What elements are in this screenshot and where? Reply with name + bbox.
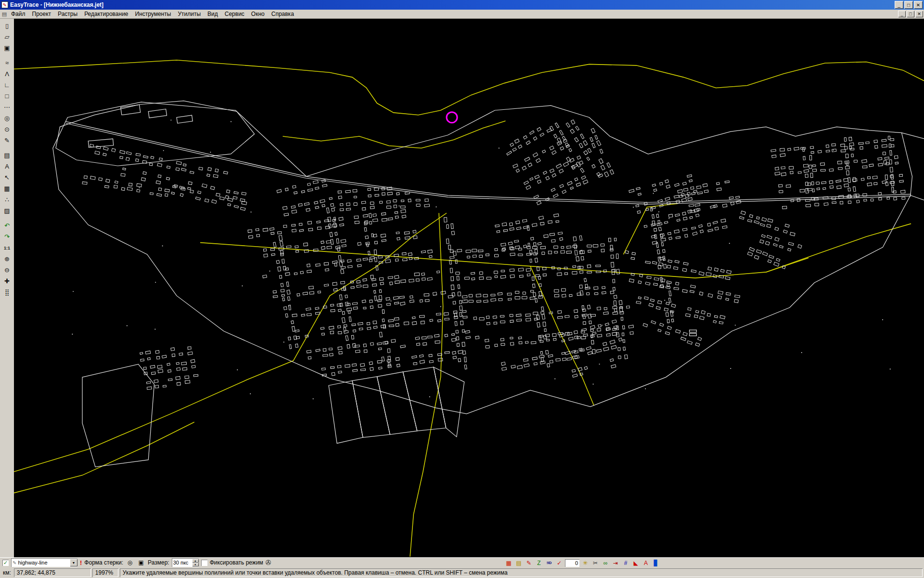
- counter-input[interactable]: 0: [565, 559, 579, 567]
- window-title: EasyTrace - [Нижнебаканская.jet]: [10, 1, 894, 8]
- menu-item-8[interactable]: Окно: [248, 10, 268, 18]
- bottom-toolbar: ✓ ✎ highway-line ▼ ! Форма стерки: ◎ ▣ Р…: [0, 557, 924, 567]
- camera-icon[interactable]: ✇: [266, 559, 271, 566]
- fix-mode-checkbox[interactable]: [201, 560, 207, 566]
- eraser-shape-label: Форма стерки:: [84, 559, 123, 566]
- menu-item-9[interactable]: Справка: [268, 10, 297, 18]
- minimize-button[interactable]: _: [895, 1, 903, 9]
- size-spinner[interactable]: 30 пкс ▲ ▼: [172, 558, 199, 567]
- cut-polyline-icon[interactable]: ✂: [591, 559, 600, 567]
- eraser-tool-icon[interactable]: ▨: [1, 205, 13, 216]
- dot-grid-tool-icon[interactable]: ⣿: [1, 287, 13, 298]
- status-bar: км: 37,862; 44,875 1997% Укажите удаляем…: [0, 567, 924, 578]
- coordinates-panel: 37,862; 44,875: [14, 568, 91, 577]
- snap-icon[interactable]: ✳: [581, 559, 590, 567]
- topology-check-icon[interactable]: ✓: [555, 559, 564, 567]
- open-file-icon[interactable]: ▱: [1, 31, 13, 42]
- menu-item-5[interactable]: Утилиты: [174, 10, 204, 18]
- zoom-in-icon[interactable]: ⊕: [1, 253, 13, 264]
- zoom-panel: 1997%: [92, 568, 118, 577]
- menu-item-0[interactable]: Файл: [8, 10, 29, 18]
- right-icon-strip: ▦▤✎Z!ID✓0✳✂∞⇥#◣A▊: [504, 558, 660, 568]
- layer-combobox[interactable]: ✎ highway-line ▼: [11, 558, 77, 567]
- menu-item-4[interactable]: Инструменты: [132, 10, 175, 18]
- raster-layers-icon[interactable]: ▦: [504, 559, 513, 567]
- flag-icon[interactable]: ◣: [631, 559, 640, 567]
- rectangle-tool-icon[interactable]: □: [1, 91, 13, 102]
- menu-item-3[interactable]: Редактирование: [81, 10, 131, 18]
- mdi-minimize-button[interactable]: _: [898, 11, 906, 17]
- menu-item-2[interactable]: Растры: [54, 10, 81, 18]
- pan-tool-icon[interactable]: ✚: [1, 276, 13, 287]
- easytrace-window: ✎ EasyTrace - [Нижнебаканская.jet] _ □ ✕…: [0, 0, 924, 578]
- fix-mode-label: Фиксировать режим: [210, 559, 263, 566]
- km-label: км:: [1, 569, 13, 576]
- paste-tool-icon[interactable]: ▤: [1, 150, 13, 161]
- save-icon[interactable]: ▣: [1, 42, 13, 53]
- size-value: 30 пкс: [173, 560, 189, 565]
- spinner-up-icon[interactable]: ▲: [192, 559, 199, 563]
- layer-combobox-value: highway-line: [18, 560, 47, 565]
- titlebar: ✎ EasyTrace - [Нижнебаканская.jet] _ □ ✕: [0, 0, 924, 10]
- zoom-out-icon[interactable]: ⊖: [1, 264, 13, 276]
- combobox-dropdown-arrow[interactable]: ▼: [70, 559, 77, 566]
- curve-tool-icon[interactable]: ≈: [1, 57, 13, 68]
- statistics-icon[interactable]: ▊: [652, 559, 660, 567]
- map-cursor: [447, 112, 457, 123]
- object-id-icon[interactable]: !ID: [545, 559, 553, 567]
- dotted-line-tool-icon[interactable]: ⋯: [1, 102, 13, 113]
- size-label: Размер:: [148, 559, 169, 566]
- select-arrow-tool-icon[interactable]: ↖: [1, 172, 13, 183]
- new-file-icon[interactable]: ▯: [1, 20, 13, 31]
- left-toolbar: ▯▱▣≈Λ∟□⋯◎⊙✎▤A↖▦∴▨↶↷1:1⊕⊖✚⣿: [0, 19, 14, 557]
- undo-icon[interactable]: ↶: [1, 220, 13, 231]
- warning-icon[interactable]: !: [80, 559, 82, 566]
- ellipse-tool-icon[interactable]: ◎: [1, 113, 13, 124]
- spinner-down-icon[interactable]: ▼: [192, 563, 199, 566]
- menu-item-1[interactable]: Проект: [29, 10, 55, 18]
- zigzag-line-tool-icon[interactable]: Λ: [1, 68, 13, 79]
- pencil-z-icon[interactable]: ✎: [525, 559, 533, 567]
- scale-1-1-icon[interactable]: 1:1: [1, 242, 13, 253]
- maximize-button[interactable]: □: [904, 1, 913, 9]
- map-canvas[interactable]: [14, 19, 924, 557]
- close-button[interactable]: ✕: [914, 1, 923, 9]
- status-message: Укажите удаляемые вершины полилиний или …: [120, 568, 923, 577]
- ortho-line-tool-icon[interactable]: ∟: [1, 79, 13, 91]
- pencil-tool-icon[interactable]: ✎: [1, 135, 13, 146]
- attach-node-icon[interactable]: ∞: [601, 559, 610, 567]
- font-icon[interactable]: A: [642, 559, 650, 567]
- layer-icon: ✎: [13, 560, 16, 565]
- menubar: ▤ ФайлПроектРастрыРедактированиеИнструме…: [0, 10, 924, 19]
- layer-visibility-checkbox[interactable]: ✓: [2, 560, 9, 566]
- point-tool-icon[interactable]: ⊙: [1, 124, 13, 135]
- size-spinner-arrows[interactable]: ▲ ▼: [192, 559, 199, 566]
- node-edit-tool-icon[interactable]: ∴: [1, 194, 13, 205]
- menu-item-6[interactable]: Вид: [204, 10, 221, 18]
- document-icon: ▤: [1, 11, 8, 17]
- z-order-icon[interactable]: Z: [535, 559, 543, 567]
- main-content: ▯▱▣≈Λ∟□⋯◎⊙✎▤A↖▦∴▨↶↷1:1⊕⊖✚⣿: [0, 19, 924, 557]
- grid-select-tool-icon[interactable]: ▦: [1, 183, 13, 194]
- menu-item-7[interactable]: Сервис: [221, 10, 248, 18]
- grid-icon[interactable]: #: [621, 559, 630, 567]
- mdi-window-buttons: _ □ ✕: [897, 11, 923, 17]
- mdi-restore-button[interactable]: □: [907, 11, 914, 17]
- raster-text-icon[interactable]: ▤: [514, 559, 523, 567]
- eraser-square-button[interactable]: ▣: [137, 558, 145, 567]
- exit-edit-icon[interactable]: ⇥: [611, 559, 620, 567]
- app-icon: ✎: [1, 1, 8, 8]
- menu-items: ФайлПроектРастрыРедактированиеИнструмент…: [8, 10, 297, 18]
- text-tool-icon[interactable]: A: [1, 161, 13, 172]
- mdi-close-button[interactable]: ✕: [915, 11, 923, 17]
- vector-map[interactable]: [14, 19, 924, 557]
- redo-icon[interactable]: ↷: [1, 231, 13, 242]
- eraser-circle-button[interactable]: ◎: [126, 558, 134, 567]
